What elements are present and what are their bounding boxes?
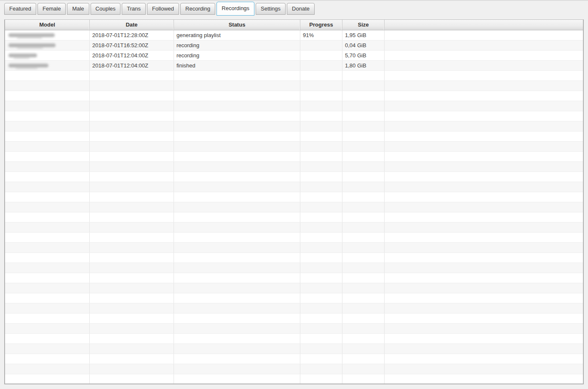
table-row-empty xyxy=(5,152,583,162)
table-row[interactable]: 2018-07-01T12:04:00Zrecording5,70 GiB xyxy=(5,51,583,61)
table-row-empty xyxy=(5,223,583,233)
cell-extra xyxy=(385,293,583,303)
cell-model xyxy=(5,152,90,161)
cell-progress xyxy=(300,182,342,192)
table-row-empty xyxy=(5,121,583,131)
tab-featured[interactable]: Featured xyxy=(4,3,36,15)
cell-status xyxy=(174,192,300,202)
cell-date xyxy=(90,131,174,141)
column-header-extra xyxy=(385,20,583,30)
column-header-size[interactable]: Size xyxy=(342,20,385,30)
cell-size: 1,80 GiB xyxy=(342,61,385,70)
tab-couples[interactable]: Couples xyxy=(91,3,121,15)
cell-model xyxy=(5,314,90,323)
cell-model xyxy=(5,344,90,354)
cell-size xyxy=(342,121,385,131)
cell-status xyxy=(174,354,300,364)
cell-progress xyxy=(300,354,342,364)
cell-date xyxy=(90,142,174,151)
cell-model xyxy=(5,111,90,121)
cell-date xyxy=(90,273,174,283)
cell-size: 1,95 GiB xyxy=(342,30,385,40)
tab-male[interactable]: Male xyxy=(67,3,89,15)
table-row-empty xyxy=(5,324,583,334)
cell-status xyxy=(174,293,300,303)
cell-status xyxy=(174,182,300,192)
table-row-empty xyxy=(5,293,583,303)
cell-progress xyxy=(300,334,342,343)
cell-status xyxy=(174,101,300,111)
table-row-empty xyxy=(5,233,583,243)
tab-female[interactable]: Female xyxy=(37,3,66,15)
cell-progress xyxy=(300,51,342,60)
tab-settings[interactable]: Settings xyxy=(256,3,286,15)
column-header-status[interactable]: Status xyxy=(174,20,300,30)
cell-size xyxy=(342,182,385,192)
cell-extra xyxy=(385,192,583,202)
cell-progress xyxy=(300,253,342,263)
cell-size xyxy=(342,192,385,202)
model-name-redacted xyxy=(8,64,48,67)
cell-extra xyxy=(385,314,583,323)
tab-followed[interactable]: Followed xyxy=(147,3,179,15)
table-row[interactable]: 2018-07-01T12:28:00Zgenerating playlist9… xyxy=(5,30,583,40)
cell-status xyxy=(174,131,300,141)
cell-model xyxy=(5,81,90,91)
cell-status xyxy=(174,121,300,131)
cell-progress xyxy=(300,324,342,333)
tab-trans[interactable]: Trans xyxy=(122,3,146,15)
column-header-model[interactable]: Model xyxy=(5,20,90,30)
cell-size xyxy=(342,324,385,333)
table-row[interactable]: 2018-07-01T12:04:00Zfinished1,80 GiB xyxy=(5,61,583,71)
cell-extra xyxy=(385,142,583,151)
cell-date xyxy=(90,182,174,192)
table-row-empty xyxy=(5,273,583,283)
cell-size xyxy=(342,212,385,222)
table-row[interactable]: 2018-07-01T16:52:00Zrecording0,04 GiB xyxy=(5,40,583,51)
tab-bar: FeaturedFemaleMaleCouplesTransFollowedRe… xyxy=(4,2,584,16)
cell-status xyxy=(174,344,300,354)
table-row-empty xyxy=(5,131,583,142)
cell-status xyxy=(174,364,300,374)
cell-date xyxy=(90,233,174,242)
cell-status: recording xyxy=(174,40,300,50)
cell-extra xyxy=(385,243,583,252)
cell-date xyxy=(90,243,174,252)
column-header-progress[interactable]: Progress xyxy=(300,20,342,30)
cell-extra xyxy=(385,334,583,343)
cell-status xyxy=(174,263,300,273)
cell-extra xyxy=(385,81,583,91)
tab-recordings[interactable]: Recordings xyxy=(216,2,254,16)
cell-status xyxy=(174,142,300,151)
cell-date xyxy=(90,303,174,313)
recordings-table: ModelDateStatusProgressSize 2018-07-01T1… xyxy=(4,19,584,384)
cell-progress xyxy=(300,111,342,121)
table-body: 2018-07-01T12:28:00Zgenerating playlist9… xyxy=(5,30,583,384)
cell-date: 2018-07-01T12:04:00Z xyxy=(90,51,174,60)
tab-donate[interactable]: Donate xyxy=(287,3,315,15)
column-header-date[interactable]: Date xyxy=(90,20,174,30)
cell-model xyxy=(5,192,90,202)
cell-progress xyxy=(300,374,342,384)
cell-progress xyxy=(300,314,342,323)
tab-recording[interactable]: Recording xyxy=(180,3,215,15)
table-row-empty xyxy=(5,212,583,223)
cell-model xyxy=(5,142,90,151)
cell-progress xyxy=(300,293,342,303)
cell-extra xyxy=(385,71,583,80)
cell-date xyxy=(90,253,174,263)
cell-progress xyxy=(300,344,342,354)
cell-extra xyxy=(385,121,583,131)
table-header: ModelDateStatusProgressSize xyxy=(5,20,583,30)
cell-model xyxy=(5,253,90,263)
cell-model xyxy=(5,182,90,192)
cell-size xyxy=(342,162,385,172)
cell-status xyxy=(174,81,300,91)
cell-date xyxy=(90,101,174,111)
cell-status xyxy=(174,162,300,172)
table-row-empty xyxy=(5,263,583,273)
cell-date xyxy=(90,81,174,91)
cell-size xyxy=(342,131,385,141)
cell-progress xyxy=(300,202,342,212)
cell-model xyxy=(5,212,90,222)
